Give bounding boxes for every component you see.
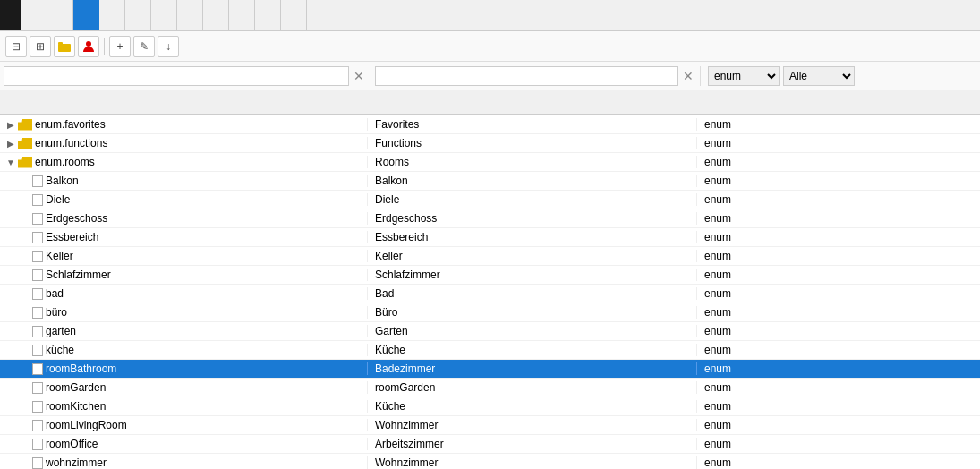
- cell-id-text: bad: [46, 287, 64, 300]
- cell-type-text: enum: [696, 175, 829, 187]
- top-nav: [0, 0, 980, 31]
- folder-button[interactable]: [54, 36, 75, 57]
- tab-instanzen[interactable]: [47, 0, 73, 30]
- column-headers: [0, 90, 980, 115]
- table-row[interactable]: kücheKücheenum: [0, 341, 980, 360]
- document-icon: [32, 363, 43, 375]
- cell-name-text: Schlafzimmer: [367, 269, 696, 281]
- tree-toggle-icon[interactable]: ▼: [4, 155, 18, 169]
- tab-gruppen[interactable]: [151, 0, 177, 30]
- table-row[interactable]: roomGardenroomGardenenum: [0, 379, 980, 397]
- table-row[interactable]: SchlafzimmerSchlafzimmerenum: [0, 266, 980, 285]
- svg-rect-1: [58, 42, 63, 45]
- document-icon: [32, 194, 43, 206]
- tab-benutzer[interactable]: [177, 0, 203, 30]
- delete-button[interactable]: ↓: [158, 36, 179, 57]
- table-row[interactable]: ▶enum.functionsFunctionsenum: [0, 134, 980, 153]
- filter-id-input[interactable]: [4, 66, 349, 86]
- cell-type-text: enum: [696, 419, 829, 431]
- filter-role-select[interactable]: Alle: [783, 66, 855, 86]
- tab-ereignisse[interactable]: [125, 0, 151, 30]
- tree-toggle-icon[interactable]: ▶: [4, 136, 18, 150]
- user-icon-button[interactable]: [78, 36, 99, 57]
- add-button[interactable]: +: [109, 36, 131, 57]
- document-icon: [32, 420, 43, 431]
- cell-name-text: Wohnzimmer: [367, 419, 696, 431]
- folder-icon: [18, 119, 32, 131]
- table-row[interactable]: büroBüroenum: [0, 303, 980, 322]
- filter-name-input[interactable]: [375, 66, 678, 86]
- cell-id-text: garten: [46, 325, 76, 337]
- cell-name-text: Essbereich: [367, 231, 696, 243]
- table-row[interactable]: roomLivingRoomWohnzimmerenum: [0, 416, 980, 435]
- document-icon: [32, 175, 43, 187]
- folder-icon: [18, 138, 32, 149]
- cell-id-text: büro: [46, 306, 67, 319]
- cell-type-text: enum: [696, 381, 829, 394]
- brand-logo: [0, 0, 21, 30]
- table-row[interactable]: roomKitchenKücheenum: [0, 397, 980, 416]
- cell-id-text: enum.favorites: [35, 118, 106, 131]
- table-row[interactable]: wohnzimmerWohnzimmerenum: [0, 454, 980, 469]
- table-body: ▶enum.favoritesFavoritesenum▶enum.functi…: [0, 115, 980, 469]
- table-row[interactable]: EssbereichEssbereichenum: [0, 228, 980, 247]
- table-row[interactable]: ▼enum.roomsRoomsenum: [0, 153, 980, 172]
- cell-id-text: enum.functions: [35, 137, 107, 149]
- tab-adapter[interactable]: [21, 0, 47, 30]
- edit-button[interactable]: ✎: [133, 36, 155, 57]
- filter-id-clear[interactable]: ✕: [351, 68, 367, 84]
- tab-aufzaehlungen[interactable]: [203, 0, 229, 30]
- table-row[interactable]: ▶enum.favoritesFavoritesenum: [0, 115, 980, 134]
- document-icon: [32, 232, 43, 243]
- cell-type-text: enum: [696, 118, 829, 131]
- document-icon: [32, 251, 43, 262]
- table-row[interactable]: roomBathroomBadezimmerenum: [0, 360, 980, 379]
- cell-type-text: enum: [696, 456, 829, 469]
- document-icon: [32, 457, 43, 469]
- table-row[interactable]: ErdgeschossErdgeschossenum: [0, 209, 980, 228]
- document-icon: [32, 401, 43, 413]
- cell-name-text: Diele: [367, 193, 696, 206]
- tab-objekte[interactable]: [73, 0, 99, 30]
- cell-id-text: Schlafzimmer: [46, 269, 111, 281]
- table-row[interactable]: gartenGartenenum: [0, 322, 980, 341]
- collapse-all-button[interactable]: ⊟: [5, 36, 27, 57]
- document-icon: [32, 439, 43, 450]
- document-icon: [32, 345, 43, 356]
- tab-hosts[interactable]: [229, 0, 255, 30]
- cell-id-text: roomKitchen: [46, 400, 106, 413]
- cell-type-text: enum: [696, 137, 829, 149]
- cell-type-text: enum: [696, 287, 829, 300]
- cell-name-text: Erdgeschoss: [367, 212, 696, 225]
- cell-id-text: küche: [46, 344, 74, 356]
- tree-toggle-icon[interactable]: ▶: [4, 117, 18, 132]
- table-row[interactable]: KellerKellerenum: [0, 247, 980, 266]
- tab-log[interactable]: [255, 0, 281, 30]
- cell-id-text: Diele: [46, 193, 70, 206]
- filter-type-select[interactable]: enum state channel device folder meta ad…: [708, 66, 780, 86]
- document-icon: [32, 382, 43, 394]
- cell-id-text: Essbereich: [46, 231, 98, 243]
- cell-name-text: Wohnzimmer: [367, 456, 696, 469]
- cell-id-text: roomOffice: [46, 438, 98, 450]
- tab-zustaende[interactable]: [99, 0, 125, 30]
- cell-id-text: roomGarden: [46, 381, 106, 394]
- cell-id-text: wohnzimmer: [46, 456, 107, 469]
- expand-all-button[interactable]: ⊞: [30, 36, 51, 57]
- cell-type-text: enum: [696, 193, 829, 206]
- document-icon: [32, 288, 43, 300]
- filter-row: ✕ ✕ enum state channel device folder met…: [0, 62, 980, 90]
- cell-type-text: enum: [696, 438, 829, 450]
- filter-name-section: ✕: [371, 66, 700, 86]
- cell-id-text: roomBathroom: [46, 362, 116, 375]
- cell-name-text: Bad: [367, 287, 696, 300]
- table-row[interactable]: DieleDieleenum: [0, 191, 980, 209]
- filter-name-clear[interactable]: ✕: [680, 68, 696, 84]
- cell-id-text: roomLivingRoom: [46, 419, 127, 431]
- table-row[interactable]: roomOfficeArbeitszimmerenum: [0, 435, 980, 454]
- table-row[interactable]: BalkonBalkonenum: [0, 172, 980, 191]
- table-row[interactable]: badBadenum: [0, 285, 980, 303]
- cell-name-text: roomGarden: [367, 381, 696, 394]
- filter-id-section: ✕: [4, 66, 371, 86]
- tab-skripte[interactable]: [281, 0, 307, 30]
